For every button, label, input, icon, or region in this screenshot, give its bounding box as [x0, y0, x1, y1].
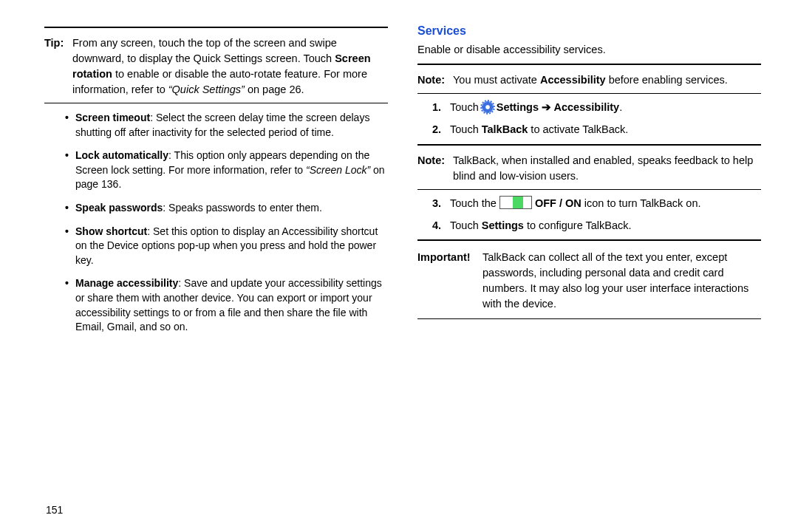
note-text: TalkBack, when installed and enabled, sp…	[453, 153, 761, 184]
step-list: Touch the OFF / ON icon to turn TalkBack…	[417, 196, 761, 234]
rule	[417, 189, 761, 190]
note-part: before enabling services.	[606, 74, 728, 86]
tip-text: From any screen, touch the top of the sc…	[72, 35, 388, 98]
step-bold: TalkBack	[482, 123, 528, 135]
step-text: .	[619, 101, 622, 113]
step-bold: Settings	[494, 101, 542, 113]
important-block: Important! TalkBack can collect all of t…	[417, 245, 761, 316]
list-item: Screen timeout: Select the screen delay …	[65, 111, 388, 140]
rule	[417, 144, 761, 146]
right-column: Services Enable or disable accessibility…	[417, 22, 761, 517]
note-block: Note: TalkBack, when installed and enabl…	[417, 150, 761, 187]
step-text: icon to turn TalkBack on.	[582, 197, 701, 209]
note-label: Note:	[417, 72, 453, 88]
rule	[417, 64, 761, 65]
section-intro: Enable or disable accessibility services…	[417, 42, 761, 58]
tip-part1: From any screen, touch the top of the sc…	[72, 37, 337, 64]
step-text: Touch the	[450, 197, 499, 209]
section-heading: Services	[417, 22, 761, 39]
list-item: Manage accessibility: Save and update yo…	[65, 276, 388, 334]
list-item: Speak passwords: Speaks passwords to ent…	[65, 201, 388, 216]
step-list: Touch Settings ➔ Accessibility. Touch Ta…	[417, 100, 761, 138]
settings-icon	[482, 101, 494, 113]
step-item: Touch the OFF / ON icon to turn TalkBack…	[432, 196, 761, 212]
arrow-icon: ➔	[542, 101, 551, 113]
rule	[44, 103, 388, 103]
bullet-list: Screen timeout: Select the screen delay …	[65, 111, 388, 335]
bullet-bold: Show shortcut	[75, 225, 147, 237]
tip-ref: “Quick Settings”	[168, 83, 245, 95]
step-text: Touch	[450, 101, 482, 113]
step-bold: Accessibility	[551, 101, 619, 113]
rule	[417, 318, 761, 319]
toggle-icon	[499, 196, 532, 209]
step-text: Touch	[450, 123, 482, 135]
bullet-bold: Manage accessibility	[75, 277, 178, 289]
left-column: Tip: From any screen, touch the top of t…	[44, 22, 388, 517]
step-item: Touch Settings ➔ Accessibility.	[432, 100, 761, 116]
page-number: 151	[46, 504, 63, 516]
step-text: to activate TalkBack.	[528, 123, 628, 135]
step-bold: Settings	[482, 219, 524, 231]
note-label: Note:	[417, 153, 453, 184]
step-item: Touch TalkBack to activate TalkBack.	[432, 122, 761, 138]
list-item: Lock automatically: This option only app…	[65, 149, 388, 192]
bullet-text: : Speaks passwords to enter them.	[163, 202, 322, 214]
bullet-ref: “Screen Lock”	[306, 164, 370, 176]
step-text: to configure TalkBack.	[524, 219, 632, 231]
tip-part3: on page 26.	[245, 83, 304, 95]
important-text: TalkBack can collect all of the text you…	[482, 250, 761, 312]
note-bold: Accessibility	[540, 74, 606, 86]
step-text: Touch	[450, 219, 482, 231]
tip-label: Tip:	[44, 35, 72, 98]
rule	[44, 27, 388, 28]
tip-block: Tip: From any screen, touch the top of t…	[44, 33, 388, 100]
step-bold: OFF / ON	[532, 197, 582, 209]
step-item: Touch Settings to configure TalkBack.	[432, 218, 761, 234]
bullet-bold: Speak passwords	[75, 202, 163, 214]
list-item: Show shortcut: Set this option to displa…	[65, 225, 388, 268]
rule	[417, 239, 761, 241]
bullet-bold: Lock automatically	[75, 149, 168, 161]
note-block: Note: You must activate Accessibility be…	[417, 69, 761, 91]
rule	[417, 93, 761, 94]
note-part: You must activate	[453, 74, 540, 86]
manual-page: Tip: From any screen, touch the top of t…	[0, 0, 798, 532]
note-text: You must activate Accessibility before e…	[453, 72, 761, 88]
important-label: Important!	[417, 250, 482, 312]
bullet-bold: Screen timeout	[75, 112, 150, 123]
